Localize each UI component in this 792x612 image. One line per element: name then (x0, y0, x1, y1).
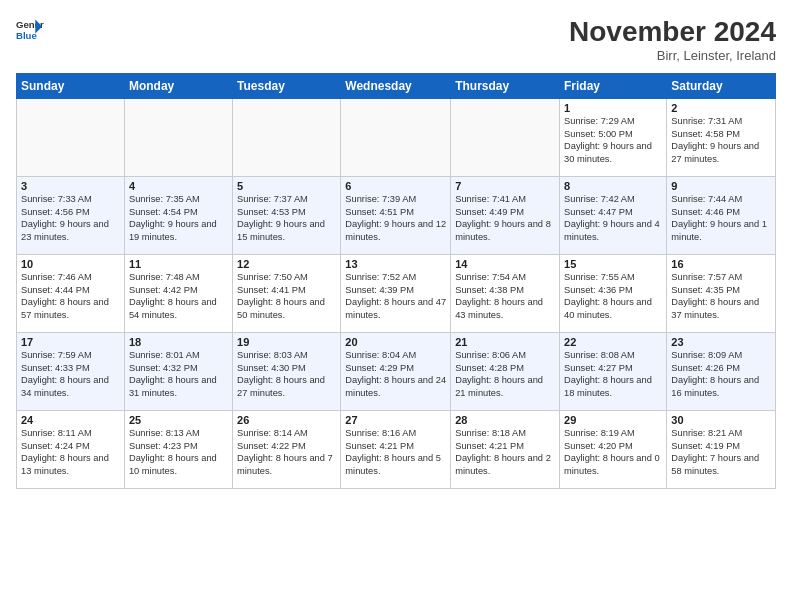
table-row: 30Sunrise: 8:21 AM Sunset: 4:19 PM Dayli… (667, 411, 776, 489)
day-number: 15 (564, 258, 662, 270)
day-info: Sunrise: 7:44 AM Sunset: 4:46 PM Dayligh… (671, 193, 771, 243)
day-info: Sunrise: 7:55 AM Sunset: 4:36 PM Dayligh… (564, 271, 662, 321)
day-info: Sunrise: 8:18 AM Sunset: 4:21 PM Dayligh… (455, 427, 555, 477)
table-row: 11Sunrise: 7:48 AM Sunset: 4:42 PM Dayli… (124, 255, 232, 333)
day-info: Sunrise: 8:11 AM Sunset: 4:24 PM Dayligh… (21, 427, 120, 477)
table-row: 22Sunrise: 8:08 AM Sunset: 4:27 PM Dayli… (560, 333, 667, 411)
table-row: 16Sunrise: 7:57 AM Sunset: 4:35 PM Dayli… (667, 255, 776, 333)
day-number: 22 (564, 336, 662, 348)
table-row: 28Sunrise: 8:18 AM Sunset: 4:21 PM Dayli… (451, 411, 560, 489)
table-row: 21Sunrise: 8:06 AM Sunset: 4:28 PM Dayli… (451, 333, 560, 411)
day-number: 14 (455, 258, 555, 270)
table-row: 18Sunrise: 8:01 AM Sunset: 4:32 PM Dayli… (124, 333, 232, 411)
day-info: Sunrise: 8:21 AM Sunset: 4:19 PM Dayligh… (671, 427, 771, 477)
day-info: Sunrise: 7:39 AM Sunset: 4:51 PM Dayligh… (345, 193, 446, 243)
table-row: 3Sunrise: 7:33 AM Sunset: 4:56 PM Daylig… (17, 177, 125, 255)
col-thursday: Thursday (451, 74, 560, 99)
table-row (124, 99, 232, 177)
day-number: 19 (237, 336, 336, 348)
location: Birr, Leinster, Ireland (569, 48, 776, 63)
day-number: 25 (129, 414, 228, 426)
day-number: 11 (129, 258, 228, 270)
col-monday: Monday (124, 74, 232, 99)
day-number: 8 (564, 180, 662, 192)
day-info: Sunrise: 8:14 AM Sunset: 4:22 PM Dayligh… (237, 427, 336, 477)
day-number: 5 (237, 180, 336, 192)
day-number: 21 (455, 336, 555, 348)
table-row: 24Sunrise: 8:11 AM Sunset: 4:24 PM Dayli… (17, 411, 125, 489)
calendar-table: Sunday Monday Tuesday Wednesday Thursday… (16, 73, 776, 489)
day-info: Sunrise: 7:35 AM Sunset: 4:54 PM Dayligh… (129, 193, 228, 243)
table-row (341, 99, 451, 177)
calendar-week-row: 1Sunrise: 7:29 AM Sunset: 5:00 PM Daylig… (17, 99, 776, 177)
table-row: 7Sunrise: 7:41 AM Sunset: 4:49 PM Daylig… (451, 177, 560, 255)
day-info: Sunrise: 7:33 AM Sunset: 4:56 PM Dayligh… (21, 193, 120, 243)
table-row: 1Sunrise: 7:29 AM Sunset: 5:00 PM Daylig… (560, 99, 667, 177)
day-info: Sunrise: 7:46 AM Sunset: 4:44 PM Dayligh… (21, 271, 120, 321)
table-row: 14Sunrise: 7:54 AM Sunset: 4:38 PM Dayli… (451, 255, 560, 333)
day-info: Sunrise: 7:48 AM Sunset: 4:42 PM Dayligh… (129, 271, 228, 321)
day-number: 6 (345, 180, 446, 192)
table-row: 12Sunrise: 7:50 AM Sunset: 4:41 PM Dayli… (233, 255, 341, 333)
table-row: 6Sunrise: 7:39 AM Sunset: 4:51 PM Daylig… (341, 177, 451, 255)
day-number: 9 (671, 180, 771, 192)
day-info: Sunrise: 7:57 AM Sunset: 4:35 PM Dayligh… (671, 271, 771, 321)
day-info: Sunrise: 8:09 AM Sunset: 4:26 PM Dayligh… (671, 349, 771, 399)
day-info: Sunrise: 7:52 AM Sunset: 4:39 PM Dayligh… (345, 271, 446, 321)
day-number: 17 (21, 336, 120, 348)
day-number: 27 (345, 414, 446, 426)
day-info: Sunrise: 8:04 AM Sunset: 4:29 PM Dayligh… (345, 349, 446, 399)
table-row: 20Sunrise: 8:04 AM Sunset: 4:29 PM Dayli… (341, 333, 451, 411)
day-info: Sunrise: 8:03 AM Sunset: 4:30 PM Dayligh… (237, 349, 336, 399)
logo: General Blue (16, 16, 44, 44)
svg-text:Blue: Blue (16, 30, 37, 41)
col-tuesday: Tuesday (233, 74, 341, 99)
table-row: 27Sunrise: 8:16 AM Sunset: 4:21 PM Dayli… (341, 411, 451, 489)
day-number: 16 (671, 258, 771, 270)
day-info: Sunrise: 8:08 AM Sunset: 4:27 PM Dayligh… (564, 349, 662, 399)
table-row: 2Sunrise: 7:31 AM Sunset: 4:58 PM Daylig… (667, 99, 776, 177)
day-number: 24 (21, 414, 120, 426)
table-row: 29Sunrise: 8:19 AM Sunset: 4:20 PM Dayli… (560, 411, 667, 489)
table-row (17, 99, 125, 177)
day-number: 7 (455, 180, 555, 192)
logo-icon: General Blue (16, 16, 44, 44)
title-block: November 2024 Birr, Leinster, Ireland (569, 16, 776, 63)
table-row: 15Sunrise: 7:55 AM Sunset: 4:36 PM Dayli… (560, 255, 667, 333)
day-info: Sunrise: 7:41 AM Sunset: 4:49 PM Dayligh… (455, 193, 555, 243)
calendar-week-row: 10Sunrise: 7:46 AM Sunset: 4:44 PM Dayli… (17, 255, 776, 333)
table-row: 19Sunrise: 8:03 AM Sunset: 4:30 PM Dayli… (233, 333, 341, 411)
table-row: 17Sunrise: 7:59 AM Sunset: 4:33 PM Dayli… (17, 333, 125, 411)
table-row: 4Sunrise: 7:35 AM Sunset: 4:54 PM Daylig… (124, 177, 232, 255)
day-info: Sunrise: 7:59 AM Sunset: 4:33 PM Dayligh… (21, 349, 120, 399)
day-number: 3 (21, 180, 120, 192)
calendar-week-row: 24Sunrise: 8:11 AM Sunset: 4:24 PM Dayli… (17, 411, 776, 489)
day-info: Sunrise: 7:31 AM Sunset: 4:58 PM Dayligh… (671, 115, 771, 165)
table-row: 5Sunrise: 7:37 AM Sunset: 4:53 PM Daylig… (233, 177, 341, 255)
day-number: 29 (564, 414, 662, 426)
table-row: 25Sunrise: 8:13 AM Sunset: 4:23 PM Dayli… (124, 411, 232, 489)
day-number: 30 (671, 414, 771, 426)
day-info: Sunrise: 8:16 AM Sunset: 4:21 PM Dayligh… (345, 427, 446, 477)
day-number: 28 (455, 414, 555, 426)
day-number: 13 (345, 258, 446, 270)
table-row (233, 99, 341, 177)
day-number: 2 (671, 102, 771, 114)
day-number: 23 (671, 336, 771, 348)
day-info: Sunrise: 7:54 AM Sunset: 4:38 PM Dayligh… (455, 271, 555, 321)
table-row (451, 99, 560, 177)
col-wednesday: Wednesday (341, 74, 451, 99)
day-info: Sunrise: 8:19 AM Sunset: 4:20 PM Dayligh… (564, 427, 662, 477)
day-info: Sunrise: 7:50 AM Sunset: 4:41 PM Dayligh… (237, 271, 336, 321)
day-number: 1 (564, 102, 662, 114)
day-number: 20 (345, 336, 446, 348)
table-row: 26Sunrise: 8:14 AM Sunset: 4:22 PM Dayli… (233, 411, 341, 489)
calendar-week-row: 17Sunrise: 7:59 AM Sunset: 4:33 PM Dayli… (17, 333, 776, 411)
calendar-header-row: Sunday Monday Tuesday Wednesday Thursday… (17, 74, 776, 99)
col-saturday: Saturday (667, 74, 776, 99)
day-info: Sunrise: 8:01 AM Sunset: 4:32 PM Dayligh… (129, 349, 228, 399)
col-friday: Friday (560, 74, 667, 99)
day-info: Sunrise: 7:42 AM Sunset: 4:47 PM Dayligh… (564, 193, 662, 243)
day-info: Sunrise: 8:06 AM Sunset: 4:28 PM Dayligh… (455, 349, 555, 399)
page-header: General Blue November 2024 Birr, Leinste… (16, 16, 776, 63)
